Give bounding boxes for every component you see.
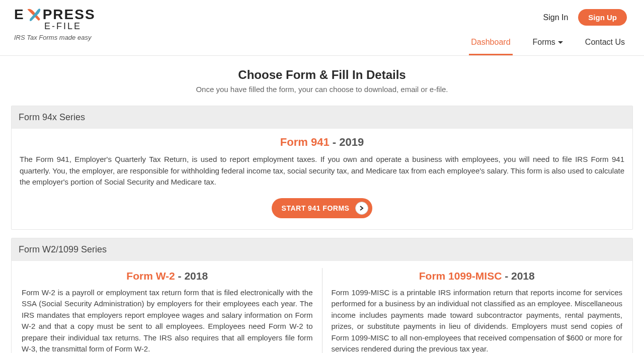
nav-contact[interactable]: Contact Us [583, 34, 627, 55]
form-1099-desc: Form 1099-MISC is a printable IRS inform… [332, 287, 623, 354]
form-1099-dash: - [502, 270, 511, 282]
logo-letter-e: E [14, 7, 25, 23]
nav-row: Dashboard Forms Contact Us [469, 34, 627, 55]
page-subtitle: Once you have filled the form, your can … [0, 85, 644, 94]
form-w2-year: 2018 [184, 270, 208, 282]
form-941-year: 2019 [339, 136, 364, 148]
logo-word-press: PRESS [43, 7, 96, 23]
col-1099: Form 1099-MISC - 2018 Form 1099-MISC is … [322, 268, 625, 354]
chevron-right-icon [355, 202, 368, 215]
logo: E PRESS [14, 6, 96, 23]
logo-wordmark: E PRESS [14, 6, 96, 23]
start-941-button[interactable]: START 941 FORMS [272, 198, 373, 218]
panel-94x-heading: Form 94x Series [12, 106, 632, 129]
form-941-title: Form 941 - 2019 [20, 136, 624, 149]
auth-row: Sign In Sign Up [543, 6, 627, 26]
logo-subline: E-FILE [44, 21, 96, 32]
logo-block[interactable]: E PRESS E-FILE IRS Tax Forms made easy [14, 6, 96, 41]
hero: Choose Form & Fill In Details Once you h… [0, 56, 644, 101]
panel-w2-heading: Form W2/1099 Series [12, 238, 632, 261]
panel-94x: Form 94x Series Form 941 - 2019 The Form… [11, 106, 633, 230]
sign-up-button[interactable]: Sign Up [578, 9, 627, 26]
nav-contact-label: Contact Us [585, 38, 625, 47]
header-right: Sign In Sign Up Dashboard Forms Contact … [469, 6, 627, 55]
tagline: IRS Tax Forms made easy [14, 34, 96, 41]
col-w2: Form W-2 - 2018 Form W-2 is a payroll or… [20, 268, 322, 354]
form-w2-desc: Form W-2 is a payroll or employment tax … [22, 287, 313, 354]
nav-dashboard-label: Dashboard [471, 38, 510, 47]
logo-x-icon [26, 6, 43, 23]
form-1099-year: 2018 [511, 270, 535, 282]
start-941-label: START 941 FORMS [282, 204, 350, 212]
sign-in-link[interactable]: Sign In [543, 13, 569, 22]
form-941-btn-row: START 941 FORMS [20, 198, 624, 218]
form-w2-name: Form W-2 [126, 270, 175, 282]
caret-down-icon [558, 41, 563, 44]
panel-w2-1099: Form W2/1099 Series Form W-2 - 2018 Form… [11, 238, 633, 354]
form-1099-title: Form 1099-MISC - 2018 [332, 270, 623, 282]
form-941-dash: - [330, 136, 340, 148]
form-w2-dash: - [175, 270, 185, 282]
form-w2-title: Form W-2 - 2018 [22, 270, 313, 282]
nav-dashboard[interactable]: Dashboard [469, 34, 512, 55]
panel-w2-body: Form W-2 - 2018 Form W-2 is a payroll or… [12, 261, 632, 354]
form-941-name: Form 941 [280, 136, 330, 148]
panel-94x-body: Form 941 - 2019 The Form 941, Employer's… [12, 129, 632, 229]
nav-forms-label: Forms [533, 38, 555, 47]
nav-forms[interactable]: Forms [531, 34, 565, 55]
page-title: Choose Form & Fill In Details [0, 68, 644, 82]
header: E PRESS E-FILE IRS Tax Forms made easy S… [0, 0, 644, 56]
form-941-desc: The Form 941, Employer's Quarterly Tax R… [20, 154, 624, 188]
form-1099-name: Form 1099-MISC [419, 270, 502, 282]
